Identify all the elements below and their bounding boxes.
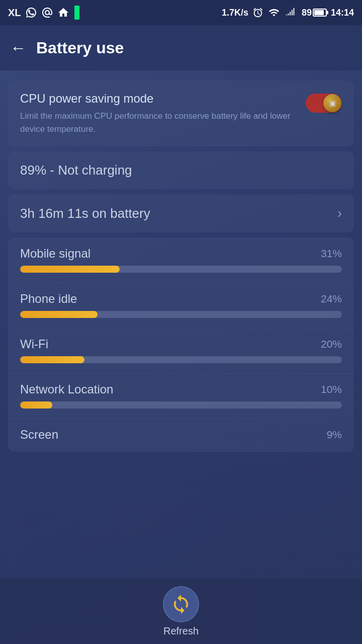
on-battery-text: 3h 16m 11s on battery [20,206,150,221]
usage-label-screen: Screen [20,428,58,442]
progress-bar-phone-idle [20,311,342,318]
toggle-knob: ▣ [323,94,341,112]
usage-item-wifi: Wi-Fi 20% [8,328,354,372]
bottom-bar: Refresh [0,579,362,644]
refresh-label: Refresh [163,625,199,637]
progress-bar-network-location [20,401,342,409]
usage-label-wifi: Wi-Fi [20,337,48,351]
cpu-description: Limit the maximum CPU performance to con… [20,110,298,135]
svg-rect-1 [75,19,78,20]
progress-fill-mobile-signal [20,266,120,273]
on-battery-card[interactable]: 3h 16m 11s on battery › [8,194,354,232]
cpu-toggle[interactable]: ▣ [306,94,342,113]
svg-rect-0 [74,6,79,20]
wifi-icon [267,7,281,18]
chevron-right-icon: › [337,205,342,221]
battery-display: 89 [302,8,327,18]
at-icon [41,7,53,19]
usage-label-network-location: Network Location [20,382,113,396]
page-title: Battery use [36,39,124,57]
battery-indicator-icon [73,6,80,20]
back-button[interactable]: ← [10,40,26,56]
usage-item-phone-idle: Phone idle 24% [8,282,354,327]
usage-percent-network-location: 10% [321,383,342,395]
home-icon [57,7,69,19]
battery-percent-label: 89 [302,8,312,18]
usage-percent-wifi: 20% [321,338,342,350]
battery-status-card: 89% - Not charging [8,151,354,189]
usage-item-mobile-signal: Mobile signal 31% [8,237,354,282]
usage-list: Mobile signal 31% Phone idle 24% Wi-Fi 2… [8,237,354,452]
usage-item-screen: Screen 9% [8,418,354,452]
cpu-text-block: CPU power saving mode Limit the maximum … [20,92,298,135]
whatsapp-icon [25,7,37,19]
progress-bar-mobile-signal [20,266,342,273]
battery-status-text: 89% - Not charging [20,163,342,178]
refresh-icon [170,594,192,615]
usage-percent-mobile-signal: 31% [321,248,342,260]
usage-item-network-location: Network Location 10% [8,373,354,418]
header: ← Battery use [0,25,362,70]
usage-label-phone-idle: Phone idle [20,292,77,306]
status-left: XL [8,6,80,20]
progress-fill-network-location [20,401,52,409]
cpu-toggle-container: ▣ [306,94,342,113]
carrier-label: XL [8,7,21,19]
status-bar: XL 1.7K/s [0,0,362,25]
main-content: CPU power saving mode Limit the maximum … [0,70,362,462]
refresh-button[interactable] [163,586,199,622]
progress-fill-phone-idle [20,311,98,318]
progress-fill-wifi [20,356,84,363]
usage-percent-screen: 9% [327,429,342,441]
alarm-icon [252,7,263,18]
status-right: 1.7K/s 89 14:14 [222,7,354,18]
network-speed: 1.7K/s [222,8,248,18]
usage-percent-phone-idle: 24% [321,293,342,305]
cpu-title: CPU power saving mode [20,92,298,106]
progress-bar-wifi [20,356,342,363]
signal-icon [285,7,298,18]
usage-label-mobile-signal: Mobile signal [20,247,90,261]
time-label: 14:14 [331,8,354,18]
cpu-power-saving-card: CPU power saving mode Limit the maximum … [8,80,354,146]
